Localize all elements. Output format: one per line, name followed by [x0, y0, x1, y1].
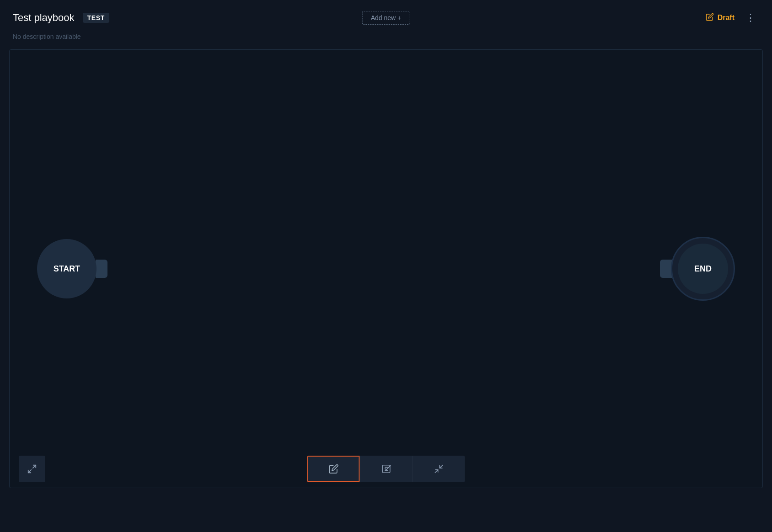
center-toolbar-group [307, 456, 465, 482]
end-node[interactable]: END [660, 237, 735, 301]
status-badge: TEST [83, 13, 110, 23]
start-connector [96, 260, 107, 278]
compress-icon [434, 464, 444, 474]
playbook-canvas[interactable]: START END [9, 49, 763, 488]
add-new-button[interactable]: Add new + [362, 11, 410, 25]
end-label: END [694, 264, 712, 274]
add-new-label: Add new + [371, 14, 402, 21]
canvas-toolbar [10, 450, 762, 488]
checklist-tool-button[interactable] [360, 456, 413, 482]
description-text: No description available [13, 33, 81, 40]
header-actions: Draft ⋮ [706, 10, 759, 26]
svg-line-1 [28, 470, 31, 473]
page-title: Test playbook [13, 12, 75, 24]
edit-icon [328, 464, 338, 474]
more-options-button[interactable]: ⋮ [742, 10, 759, 26]
start-node[interactable]: START [37, 239, 107, 298]
svg-line-5 [435, 470, 438, 473]
start-circle[interactable]: START [37, 239, 96, 298]
svg-line-6 [440, 465, 442, 468]
checklist-icon [381, 464, 391, 474]
page-description: No description available [0, 33, 772, 49]
draft-label: Draft [718, 14, 734, 22]
svg-rect-2 [382, 465, 390, 473]
draft-button[interactable]: Draft [706, 13, 734, 23]
expand-icon [27, 464, 37, 474]
svg-line-0 [33, 465, 36, 468]
compress-tool-button[interactable] [413, 456, 465, 482]
end-connector [660, 260, 672, 278]
more-icon: ⋮ [745, 12, 756, 23]
page-header: Test playbook TEST Add new + Draft ⋮ [0, 0, 772, 33]
pencil-icon [706, 13, 714, 23]
edit-tool-button[interactable] [307, 456, 360, 482]
canvas-inner: START END [10, 50, 762, 488]
end-circle[interactable]: END [678, 244, 728, 294]
expand-button[interactable] [19, 456, 45, 482]
end-circle-outer: END [671, 237, 735, 301]
start-label: START [54, 264, 80, 274]
